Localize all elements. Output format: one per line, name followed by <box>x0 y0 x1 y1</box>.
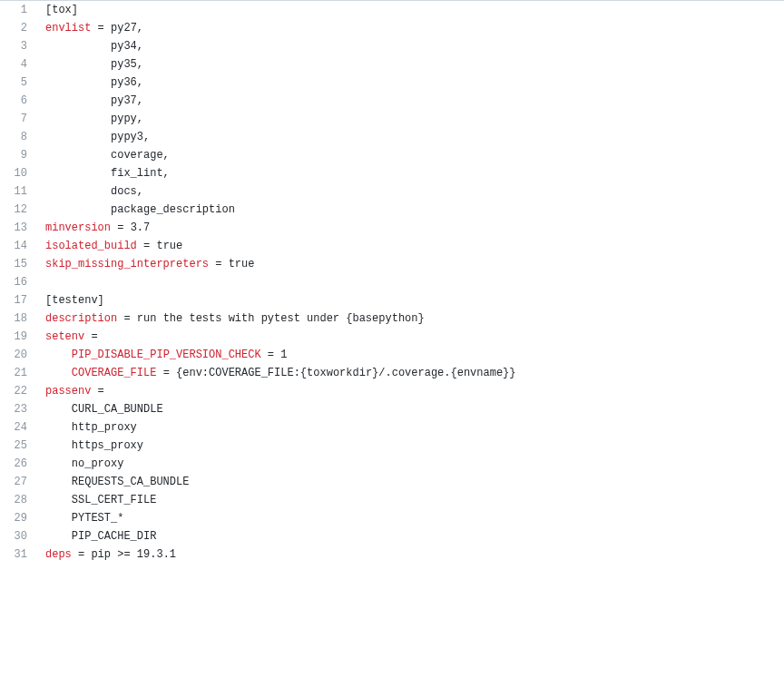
line-number[interactable]: 13 <box>0 219 36 237</box>
code-line[interactable]: 1[tox] <box>0 1 784 19</box>
line-number[interactable]: 2 <box>0 19 36 37</box>
line-content[interactable]: PYTEST_* <box>36 509 784 527</box>
line-content[interactable]: package_description <box>36 201 784 219</box>
code-line[interactable]: 21 COVERAGE_FILE = {env:COVERAGE_FILE:{t… <box>0 364 784 382</box>
line-number[interactable]: 31 <box>0 545 36 564</box>
code-line[interactable]: 22passenv = <box>0 382 784 400</box>
line-content[interactable]: CURL_CA_BUNDLE <box>36 400 784 418</box>
line-number[interactable]: 10 <box>0 164 36 182</box>
line-content[interactable]: http_proxy <box>36 418 784 437</box>
code-line[interactable]: 27 REQUESTS_CA_BUNDLE <box>0 473 784 491</box>
line-number[interactable]: 23 <box>0 400 36 418</box>
line-content[interactable]: py37, <box>36 92 784 110</box>
code-line[interactable]: 25 https_proxy <box>0 437 784 455</box>
line-number[interactable]: 3 <box>0 37 36 55</box>
line-content[interactable]: isolated_build = true <box>36 237 784 255</box>
code-line[interactable]: 29 PYTEST_* <box>0 509 784 527</box>
line-content[interactable]: REQUESTS_CA_BUNDLE <box>36 473 784 491</box>
line-content[interactable]: minversion = 3.7 <box>36 219 784 237</box>
code-token: SSL_CERT_FILE <box>45 494 156 506</box>
line-number[interactable]: 22 <box>0 382 36 400</box>
code-line[interactable]: 23 CURL_CA_BUNDLE <box>0 400 784 418</box>
line-content[interactable]: PIP_DISABLE_PIP_VERSION_CHECK = 1 <box>36 346 784 364</box>
line-content[interactable]: COVERAGE_FILE = {env:COVERAGE_FILE:{toxw… <box>36 364 784 382</box>
line-number[interactable]: 29 <box>0 509 36 527</box>
line-number[interactable]: 25 <box>0 437 36 455</box>
code-line[interactable]: 2envlist = py27, <box>0 19 784 37</box>
line-number[interactable]: 20 <box>0 346 36 364</box>
line-number[interactable]: 8 <box>0 128 36 146</box>
line-number[interactable]: 16 <box>0 273 36 291</box>
code-token: docs, <box>45 185 143 198</box>
line-number[interactable]: 9 <box>0 146 36 164</box>
line-number[interactable]: 6 <box>0 92 36 110</box>
line-number[interactable]: 14 <box>0 237 36 255</box>
line-number[interactable]: 28 <box>0 491 36 509</box>
code-line[interactable]: 4 py35, <box>0 55 784 74</box>
code-token: COVERAGE_FILE <box>72 367 157 379</box>
line-content[interactable]: passenv = <box>36 382 784 400</box>
line-content[interactable]: no_proxy <box>36 455 784 473</box>
line-content[interactable]: pypy3, <box>36 128 784 146</box>
code-line[interactable]: 26 no_proxy <box>0 455 784 473</box>
code-line[interactable]: 28 SSL_CERT_FILE <box>0 491 784 509</box>
line-number[interactable]: 17 <box>0 291 36 310</box>
code-line[interactable]: 15skip_missing_interpreters = true <box>0 255 784 273</box>
line-number[interactable]: 19 <box>0 328 36 346</box>
code-line[interactable]: 30 PIP_CACHE_DIR <box>0 527 784 545</box>
code-line[interactable]: 8 pypy3, <box>0 128 784 146</box>
line-number[interactable]: 5 <box>0 74 36 92</box>
code-line[interactable]: 6 py37, <box>0 92 784 110</box>
line-number[interactable]: 24 <box>0 418 36 437</box>
line-content[interactable]: envlist = py27, <box>36 19 784 37</box>
line-content[interactable]: skip_missing_interpreters = true <box>36 255 784 273</box>
code-line[interactable]: 31deps = pip >= 19.3.1 <box>0 545 784 564</box>
code-line[interactable]: 5 py36, <box>0 74 784 92</box>
code-token: = <box>84 330 97 343</box>
line-number[interactable]: 4 <box>0 55 36 74</box>
line-content[interactable]: PIP_CACHE_DIR <box>36 527 784 545</box>
line-content[interactable]: pypy, <box>36 110 784 128</box>
code-line[interactable]: 3 py34, <box>0 37 784 55</box>
line-content[interactable]: docs, <box>36 182 784 201</box>
code-line[interactable]: 24 http_proxy <box>0 418 784 437</box>
line-number[interactable]: 18 <box>0 310 36 328</box>
code-line[interactable]: 11 docs, <box>0 182 784 201</box>
code-line[interactable]: 16 <box>0 273 784 291</box>
code-token: setenv <box>45 330 84 343</box>
line-number[interactable]: 7 <box>0 110 36 128</box>
code-line[interactable]: 20 PIP_DISABLE_PIP_VERSION_CHECK = 1 <box>0 346 784 364</box>
line-number[interactable]: 11 <box>0 182 36 201</box>
line-content[interactable] <box>36 273 784 291</box>
line-content[interactable]: [testenv] <box>36 291 784 310</box>
line-content[interactable]: deps = pip >= 19.3.1 <box>36 545 784 564</box>
line-number[interactable]: 15 <box>0 255 36 273</box>
line-content[interactable]: https_proxy <box>36 437 784 455</box>
code-line[interactable]: 18description = run the tests with pytes… <box>0 310 784 328</box>
line-number[interactable]: 26 <box>0 455 36 473</box>
code-line[interactable]: 10 fix_lint, <box>0 164 784 182</box>
line-number[interactable]: 30 <box>0 527 36 545</box>
line-content[interactable]: SSL_CERT_FILE <box>36 491 784 509</box>
code-table: 1[tox]2envlist = py27,3 py34,4 py35,5 py… <box>0 1 784 564</box>
line-number[interactable]: 1 <box>0 1 36 19</box>
code-line[interactable]: 9 coverage, <box>0 146 784 164</box>
line-content[interactable]: py34, <box>36 37 784 55</box>
code-token: = <box>137 240 157 252</box>
line-content[interactable]: [tox] <box>36 1 784 19</box>
code-line[interactable]: 19setenv = <box>0 328 784 346</box>
line-content[interactable]: coverage, <box>36 146 784 164</box>
line-number[interactable]: 27 <box>0 473 36 491</box>
line-content[interactable]: py35, <box>36 55 784 74</box>
line-number[interactable]: 21 <box>0 364 36 382</box>
line-number[interactable]: 12 <box>0 201 36 219</box>
code-line[interactable]: 7 pypy, <box>0 110 784 128</box>
code-line[interactable]: 14isolated_build = true <box>0 237 784 255</box>
code-line[interactable]: 17[testenv] <box>0 291 784 310</box>
code-line[interactable]: 12 package_description <box>0 201 784 219</box>
line-content[interactable]: py36, <box>36 74 784 92</box>
code-line[interactable]: 13minversion = 3.7 <box>0 219 784 237</box>
line-content[interactable]: fix_lint, <box>36 164 784 182</box>
line-content[interactable]: description = run the tests with pytest … <box>36 310 784 328</box>
line-content[interactable]: setenv = <box>36 328 784 346</box>
